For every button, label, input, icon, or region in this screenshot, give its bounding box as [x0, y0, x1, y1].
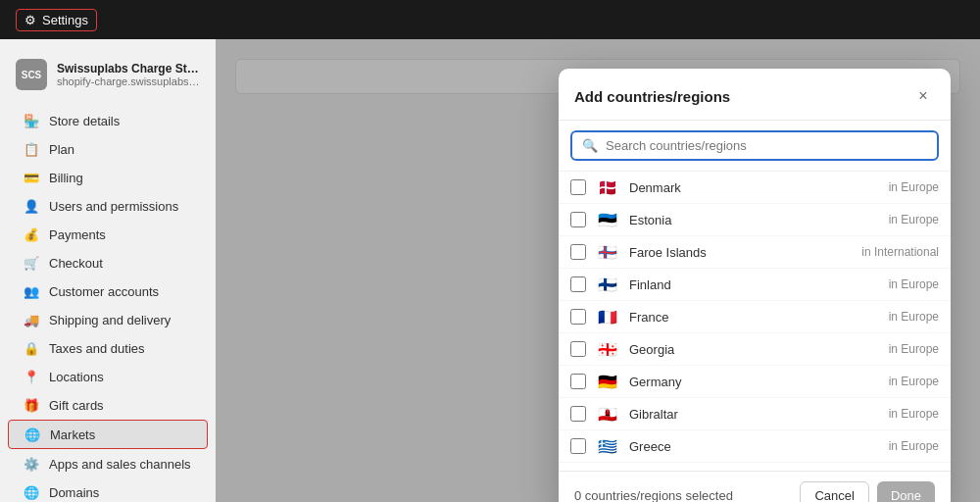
nav-icon-apps: ⚙️ — [24, 456, 39, 472]
modal-close-button[interactable]: × — [911, 84, 935, 108]
sidebar-item-checkout[interactable]: 🛒Checkout — [8, 249, 208, 276]
country-flag-3: 🇫🇮 — [596, 276, 619, 292]
nav-icon-domains: 🌐 — [24, 484, 39, 500]
nav-icon-store-details: 🏪 — [24, 113, 39, 128]
store-url: shopify-charge.swissuplabs.com — [57, 75, 200, 87]
nav-icon-billing: 💳 — [24, 170, 39, 185]
country-flag-0: 🇩🇰 — [596, 179, 619, 195]
main-layout: SCS Swissuplabs Charge Store shopify-cha… — [0, 39, 980, 502]
country-checkbox-5[interactable] — [570, 341, 586, 357]
nav-list: 🏪Store details📋Plan💳Billing👤Users and pe… — [0, 107, 216, 502]
cancel-button[interactable]: Cancel — [800, 481, 868, 502]
country-flag-6: 🇩🇪 — [596, 374, 619, 389]
sidebar-item-store-details[interactable]: 🏪Store details — [8, 107, 208, 134]
sidebar-item-shipping[interactable]: 🚚Shipping and delivery — [8, 306, 208, 333]
nav-label-payments: Payments — [49, 227, 106, 242]
country-row[interactable]: 🇪🇪 Estonia in Europe — [559, 204, 951, 236]
country-flag-4: 🇫🇷 — [596, 309, 619, 325]
nav-icon-customer-accounts: 👥 — [24, 283, 39, 299]
country-flag-7: 🇬🇮 — [596, 406, 619, 422]
country-row[interactable]: 🇬🇱 Greenland in International — [559, 463, 951, 471]
nav-label-apps: Apps and sales channels — [49, 457, 191, 472]
country-region-6: in Europe — [889, 375, 939, 388]
nav-label-markets: Markets — [50, 427, 95, 442]
sidebar-item-payments[interactable]: 💰Payments — [8, 221, 208, 248]
footer-actions: Cancel Done — [800, 481, 935, 502]
store-info: Swissuplabs Charge Store shopify-charge.… — [57, 62, 200, 87]
nav-label-plan: Plan — [49, 142, 74, 157]
sidebar-item-apps[interactable]: ⚙️Apps and sales channels — [8, 450, 208, 477]
add-countries-modal: Add countries/regions × 🔍 🇩🇰 Denmark in … — [559, 69, 951, 502]
nav-icon-locations: 📍 — [24, 369, 39, 384]
country-name-7: Gibraltar — [629, 407, 879, 422]
country-checkbox-0[interactable] — [570, 179, 586, 195]
modal-header: Add countries/regions × — [559, 69, 951, 121]
country-checkbox-3[interactable] — [570, 276, 586, 292]
done-button[interactable]: Done — [877, 481, 935, 502]
nav-label-domains: Domains — [49, 485, 99, 500]
country-flag-5: 🇬🇪 — [596, 341, 619, 357]
nav-icon-plan: 📋 — [24, 141, 39, 157]
gear-icon: ⚙ — [24, 13, 36, 27]
selected-count: 0 countries/regions selected — [574, 488, 733, 502]
country-row[interactable]: 🇬🇮 Gibraltar in Europe — [559, 398, 951, 430]
sidebar-item-locations[interactable]: 📍Locations — [8, 363, 208, 390]
sidebar-item-customer-accounts[interactable]: 👥Customer accounts — [8, 277, 208, 305]
store-header: SCS Swissuplabs Charge Store shopify-cha… — [0, 51, 216, 106]
sidebar-item-billing[interactable]: 💳Billing — [8, 164, 208, 191]
sidebar-item-markets[interactable]: 🌐Markets — [8, 420, 208, 449]
nav-icon-markets: 🌐 — [24, 427, 40, 442]
country-row[interactable]: 🇬🇪 Georgia in Europe — [559, 333, 951, 366]
country-region-3: in Europe — [889, 277, 939, 291]
nav-label-users: Users and permissions — [49, 199, 178, 214]
country-checkbox-6[interactable] — [570, 374, 586, 389]
country-flag-1: 🇪🇪 — [596, 212, 619, 227]
country-name-3: Finland — [629, 277, 879, 292]
nav-label-billing: Billing — [49, 171, 83, 185]
country-checkbox-4[interactable] — [570, 309, 586, 325]
settings-label: Settings — [42, 13, 88, 27]
country-region-2: in International — [861, 245, 939, 259]
sidebar-item-users[interactable]: 👤Users and permissions — [8, 192, 208, 220]
store-name: Swissuplabs Charge Store — [57, 62, 200, 75]
store-initials: SCS — [22, 70, 42, 80]
country-region-1: in Europe — [889, 213, 939, 226]
country-name-6: Germany — [629, 375, 879, 389]
store-avatar: SCS — [16, 59, 47, 90]
country-name-4: France — [629, 310, 879, 325]
country-name-2: Faroe Islands — [629, 245, 852, 260]
country-row[interactable]: 🇩🇰 Denmark in Europe — [559, 172, 951, 204]
country-region-5: in Europe — [889, 342, 939, 356]
country-list: 🇩🇰 Denmark in Europe 🇪🇪 Estonia in Europ… — [559, 172, 951, 471]
country-name-8: Greece — [629, 439, 879, 454]
country-checkbox-1[interactable] — [570, 212, 586, 227]
country-region-7: in Europe — [889, 407, 939, 421]
country-checkbox-2[interactable] — [570, 244, 586, 260]
nav-icon-shipping: 🚚 — [24, 312, 39, 327]
sidebar-item-gift-cards[interactable]: 🎁Gift cards — [8, 391, 208, 419]
country-region-0: in Europe — [889, 180, 939, 194]
country-name-1: Estonia — [629, 213, 879, 227]
country-row[interactable]: 🇫🇷 France in Europe — [559, 301, 951, 333]
country-flag-2: 🇫🇴 — [596, 244, 619, 260]
country-checkbox-8[interactable] — [570, 438, 586, 454]
search-input[interactable] — [606, 138, 927, 153]
country-flag-8: 🇬🇷 — [596, 438, 619, 454]
sidebar-item-taxes[interactable]: 🔒Taxes and duties — [8, 334, 208, 362]
country-row[interactable]: 🇫🇮 Finland in Europe — [559, 269, 951, 301]
nav-icon-gift-cards: 🎁 — [24, 397, 39, 413]
country-row[interactable]: 🇫🇴 Faroe Islands in International — [559, 236, 951, 269]
nav-label-store-details: Store details — [49, 114, 120, 128]
settings-button[interactable]: ⚙ Settings — [16, 9, 97, 31]
nav-icon-payments: 💰 — [24, 226, 39, 242]
modal-footer: 0 countries/regions selected Cancel Done — [559, 471, 951, 502]
nav-icon-checkout: 🛒 — [24, 255, 39, 271]
nav-label-locations: Locations — [49, 370, 104, 384]
sidebar: SCS Swissuplabs Charge Store shopify-cha… — [0, 39, 216, 502]
sidebar-item-domains[interactable]: 🌐Domains — [8, 478, 208, 502]
country-row[interactable]: 🇩🇪 Germany in Europe — [559, 366, 951, 398]
nav-label-gift-cards: Gift cards — [49, 398, 104, 413]
country-checkbox-7[interactable] — [570, 406, 586, 422]
sidebar-item-plan[interactable]: 📋Plan — [8, 135, 208, 163]
country-row[interactable]: 🇬🇷 Greece in Europe — [559, 430, 951, 463]
